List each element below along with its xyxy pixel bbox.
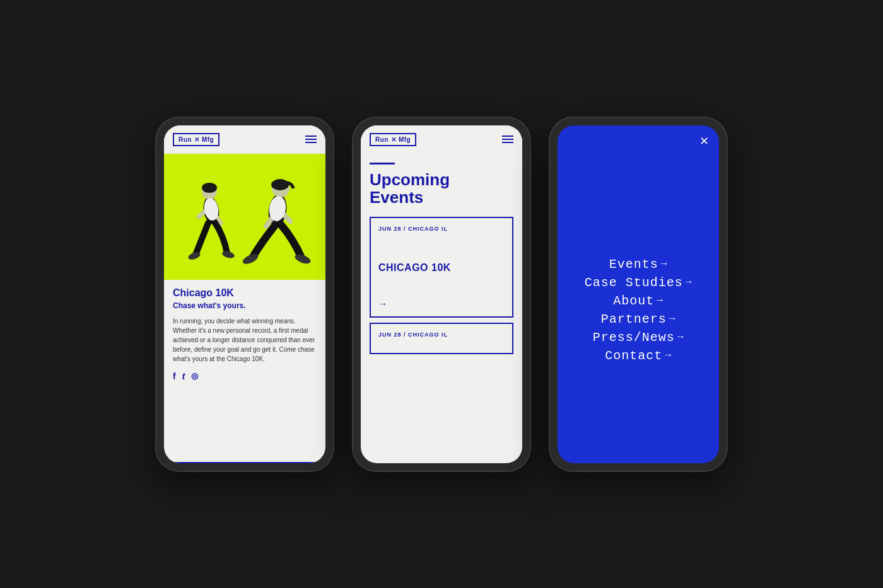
phone3-screen: ✕ Events→ Case Studies→ About→ Partners→…: [558, 125, 719, 463]
logo-box-2[interactable]: Run ✕ Mfg: [370, 133, 416, 146]
hero-runners-svg: [164, 154, 325, 280]
hamburger-line-6: [502, 142, 513, 143]
phone-1: Run ✕ Mfg: [156, 118, 333, 471]
facebook-icon[interactable]: f: [173, 371, 176, 381]
event2-date: JUN 28 / CHICAGO IL: [378, 331, 505, 338]
instagram-icon[interactable]: ◎: [191, 371, 198, 381]
hamburger-line-4: [502, 135, 513, 137]
hamburger-2[interactable]: [502, 135, 513, 143]
nav-item-about[interactable]: About→: [613, 294, 664, 308]
logo-x-1: ✕: [194, 136, 199, 143]
nav-arrow-about: →: [657, 295, 664, 306]
phone2-header: Run ✕ Mfg: [361, 125, 522, 154]
nav-arrow-press-news: →: [677, 331, 684, 343]
social-icons: f t ◎: [173, 371, 317, 381]
phone1-screen: Run ✕ Mfg: [164, 125, 325, 463]
nav-item-contact[interactable]: Contact→: [605, 349, 672, 363]
svg-point-2: [202, 183, 217, 193]
hero-image: [164, 154, 325, 280]
phone3-header: ✕: [558, 125, 719, 157]
events-heading-line1: Upcoming: [370, 170, 450, 189]
nav-label-about: About: [613, 294, 654, 308]
nav-menu: Events→ Case Studies→ About→ Partners→ P…: [558, 157, 719, 463]
logo-mfg-1: Mfg: [202, 136, 214, 143]
phone1-footer-line: [173, 462, 317, 463]
article-title: Chicago 10K: [173, 287, 317, 299]
hamburger-1[interactable]: [305, 135, 317, 143]
article-body: Chicago 10K Chase what's yours. In runni…: [164, 280, 325, 462]
phone2-screen: Run ✕ Mfg Upcoming Events: [361, 125, 522, 463]
article-text: In running, you decide what winning mean…: [173, 316, 317, 364]
event-card-1[interactable]: JUN 28 / CHICAGO IL CHICAGO 10K →: [370, 217, 513, 318]
events-accent-line: [370, 163, 395, 164]
nav-label-contact: Contact: [605, 349, 662, 363]
logo-run-1: Run: [178, 136, 192, 143]
nav-label-case-studies: Case Studies: [585, 275, 683, 290]
logo-x-2: ✕: [391, 136, 396, 143]
svg-point-10: [271, 179, 289, 190]
logo-mfg-2: Mfg: [399, 136, 411, 143]
nav-item-press-news[interactable]: Press/News→: [593, 330, 684, 345]
phones-container: Run ✕ Mfg: [156, 118, 727, 471]
events-heading: Upcoming Events: [370, 171, 513, 207]
nav-arrow-events: →: [661, 258, 668, 270]
hamburger-line-3: [305, 142, 317, 143]
event1-arrow[interactable]: →: [378, 299, 505, 309]
nav-arrow-contact: →: [665, 350, 672, 361]
hamburger-line-1: [305, 135, 317, 137]
phone-3: ✕ Events→ Case Studies→ About→ Partners→…: [550, 118, 727, 471]
phone-2: Run ✕ Mfg Upcoming Events: [353, 118, 530, 471]
events-heading-line2: Events: [370, 188, 423, 207]
nav-arrow-partners: →: [669, 313, 676, 325]
event-card-2[interactable]: JUN 28 / CHICAGO IL: [370, 323, 513, 354]
close-button[interactable]: ✕: [699, 134, 709, 148]
phone1-header: Run ✕ Mfg: [164, 125, 325, 154]
hamburger-line-5: [502, 139, 513, 140]
logo-box-1[interactable]: Run ✕ Mfg: [173, 133, 219, 146]
nav-arrow-case-studies: →: [686, 277, 693, 288]
nav-item-events[interactable]: Events→: [609, 257, 668, 272]
nav-item-case-studies[interactable]: Case Studies→: [585, 275, 693, 290]
event1-name: CHICAGO 10K: [378, 262, 505, 274]
twitter-icon[interactable]: t: [182, 371, 185, 381]
event1-date: JUN 28 / CHICAGO IL: [378, 226, 505, 232]
nav-label-partners: Partners: [601, 312, 667, 326]
nav-item-partners[interactable]: Partners→: [601, 312, 676, 326]
nav-label-press-news: Press/News: [593, 330, 675, 345]
events-content: Upcoming Events JUN 28 / CHICAGO IL CHIC…: [361, 154, 522, 463]
hamburger-line-2: [305, 139, 317, 140]
article-subtitle: Chase what's yours.: [173, 301, 317, 310]
nav-label-events: Events: [609, 257, 658, 272]
logo-run-2: Run: [375, 136, 389, 143]
